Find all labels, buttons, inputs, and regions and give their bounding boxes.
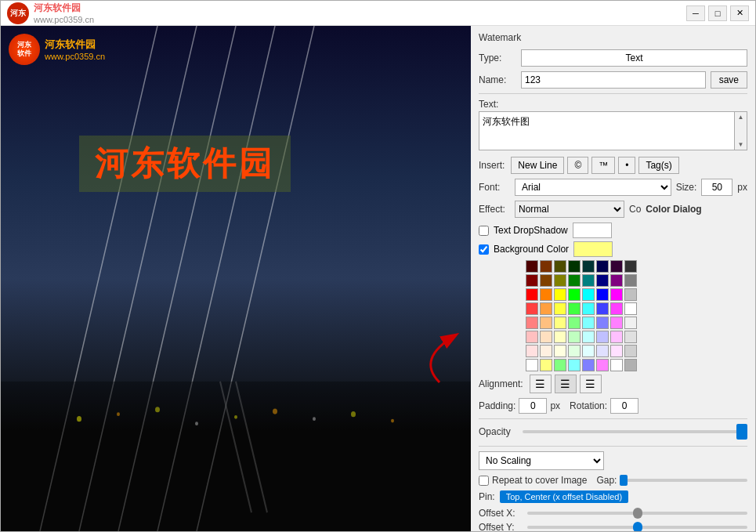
offset-y-thumb[interactable]: [633, 522, 642, 531]
insert-tm-btn[interactable]: ™: [591, 157, 615, 174]
color-swatch[interactable]: [610, 345, 623, 357]
insert-bullet-btn[interactable]: •: [618, 157, 635, 174]
font-select[interactable]: Arial Times New Roman Verdana: [515, 179, 671, 196]
insert-tags-btn[interactable]: Tag(s): [638, 157, 678, 174]
repeat-checkbox[interactable]: [479, 476, 489, 486]
scroll-up-btn[interactable]: ▲: [738, 114, 744, 121]
color-swatch[interactable]: [540, 288, 552, 301]
color-swatch[interactable]: [582, 359, 595, 371]
color-swatch[interactable]: [554, 345, 566, 357]
color-swatch[interactable]: [568, 260, 581, 273]
color-swatch[interactable]: [568, 345, 581, 357]
color-swatch[interactable]: [582, 317, 595, 329]
color-swatch[interactable]: [610, 302, 623, 315]
color-swatch[interactable]: [582, 302, 595, 315]
insert-newline-btn[interactable]: New Line: [511, 157, 564, 174]
color-swatch[interactable]: [526, 317, 538, 329]
color-swatch[interactable]: [610, 260, 623, 273]
bgcolor-checkbox[interactable]: [479, 244, 489, 255]
color-swatch[interactable]: [554, 359, 566, 371]
color-swatch[interactable]: [568, 274, 581, 287]
color-swatch[interactable]: [596, 331, 609, 343]
color-swatch[interactable]: [610, 359, 623, 371]
color-swatch[interactable]: [554, 331, 566, 343]
size-input[interactable]: [701, 179, 732, 196]
color-swatch[interactable]: [596, 345, 609, 357]
align-left-btn[interactable]: ☰: [530, 375, 552, 393]
color-swatch[interactable]: [554, 317, 566, 329]
color-swatch[interactable]: [540, 302, 552, 315]
minimize-button[interactable]: ─: [686, 5, 705, 21]
color-swatch[interactable]: [624, 260, 637, 273]
color-swatch[interactable]: [554, 274, 566, 287]
color-swatch[interactable]: [554, 288, 566, 301]
color-swatch[interactable]: [568, 359, 581, 371]
color-swatch[interactable]: [554, 260, 566, 273]
color-swatch[interactable]: [582, 260, 595, 273]
color-swatch[interactable]: [540, 345, 552, 357]
color-swatch[interactable]: [596, 274, 609, 287]
color-swatch[interactable]: [554, 302, 566, 315]
color-swatch[interactable]: [582, 331, 595, 343]
scrollbar[interactable]: ▲ ▼: [735, 111, 747, 150]
color-swatch[interactable]: [596, 288, 609, 301]
color-swatch[interactable]: [526, 302, 538, 315]
gap-slider-thumb[interactable]: [620, 475, 628, 486]
color-swatch[interactable]: [540, 331, 552, 343]
color-swatch[interactable]: [624, 274, 637, 287]
opacity-slider-thumb[interactable]: [736, 424, 747, 440]
color-swatch[interactable]: [526, 260, 538, 273]
color-swatch[interactable]: [610, 317, 623, 329]
color-swatch[interactable]: [582, 345, 595, 357]
offset-y-track[interactable]: [527, 526, 747, 529]
rotation-input[interactable]: [610, 398, 638, 414]
color-swatch[interactable]: [610, 331, 623, 343]
dropshadow-checkbox[interactable]: [479, 226, 489, 236]
color-swatch[interactable]: [526, 345, 538, 357]
color-swatch[interactable]: [624, 317, 637, 329]
color-swatch[interactable]: [624, 288, 637, 301]
save-button[interactable]: save: [711, 71, 747, 89]
color-swatch[interactable]: [582, 274, 595, 287]
text-textarea[interactable]: 河东软件图: [479, 111, 735, 150]
name-input[interactable]: [521, 71, 706, 89]
maximize-button[interactable]: □: [708, 5, 727, 21]
color-swatch[interactable]: [540, 359, 552, 371]
type-input[interactable]: [521, 49, 747, 67]
color-swatch[interactable]: [610, 274, 623, 287]
scroll-down-btn[interactable]: ▼: [738, 141, 744, 148]
scaling-select[interactable]: No Scaling Fit Width Fit Height Fit Page…: [479, 451, 604, 470]
dropshadow-color-box[interactable]: [573, 223, 612, 238]
color-swatch[interactable]: [624, 345, 637, 357]
color-swatch[interactable]: [526, 359, 538, 371]
color-swatch[interactable]: [568, 331, 581, 343]
color-swatch[interactable]: [610, 288, 623, 301]
align-right-btn[interactable]: ☰: [580, 375, 602, 393]
offset-x-track[interactable]: [527, 512, 747, 515]
effect-select[interactable]: Normal Emboss Shadow: [515, 201, 624, 218]
color-swatch[interactable]: [582, 288, 595, 301]
padding-input[interactable]: [519, 398, 547, 414]
offset-x-thumb[interactable]: [633, 508, 642, 519]
color-swatch[interactable]: [568, 317, 581, 329]
color-swatch[interactable]: [568, 288, 581, 301]
color-swatch[interactable]: [526, 288, 538, 301]
color-swatch[interactable]: [568, 302, 581, 315]
insert-copyright-btn[interactable]: ©: [567, 157, 588, 174]
color-swatch[interactable]: [624, 359, 637, 371]
close-button[interactable]: ✕: [730, 5, 749, 21]
opacity-slider-track[interactable]: [523, 430, 747, 433]
color-swatch[interactable]: [540, 274, 552, 287]
color-swatch[interactable]: [624, 331, 637, 343]
color-swatch[interactable]: [540, 260, 552, 273]
color-swatch[interactable]: [526, 274, 538, 287]
color-swatch[interactable]: [596, 302, 609, 315]
color-swatch[interactable]: [596, 317, 609, 329]
color-swatch[interactable]: [540, 317, 552, 329]
color-swatch[interactable]: [624, 302, 637, 315]
bgcolor-color-box[interactable]: [573, 241, 613, 257]
color-swatch[interactable]: [526, 331, 538, 343]
color-swatch[interactable]: [596, 260, 609, 273]
gap-slider-track[interactable]: [620, 479, 747, 482]
color-swatch[interactable]: [596, 359, 609, 371]
